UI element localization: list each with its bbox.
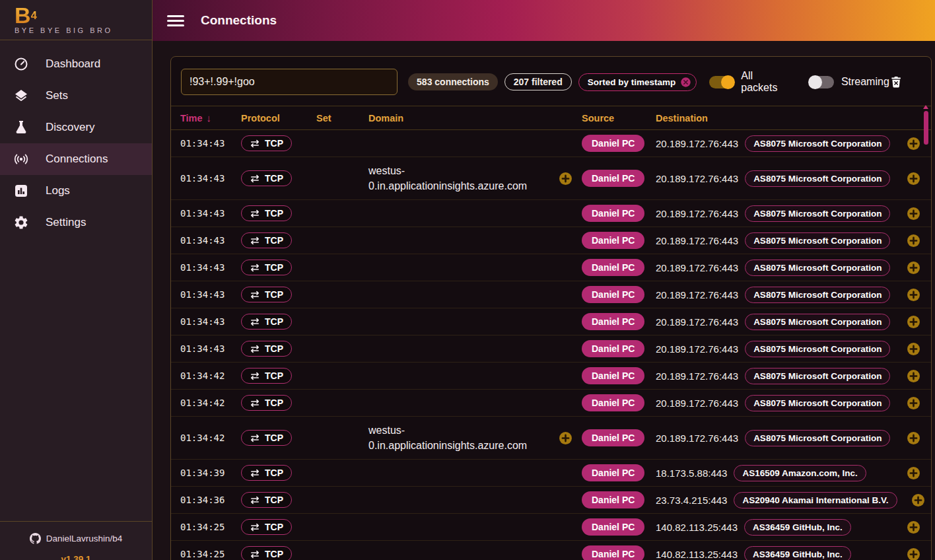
column-header-source[interactable]: Source — [582, 113, 656, 123]
row-protocol: TCP — [241, 341, 316, 357]
protocol-badge: TCP — [241, 135, 292, 151]
domain-text: westus-0.in.applicationinsights.azure.co… — [368, 423, 541, 453]
destination-ip: 20.189.172.76:443 — [656, 173, 738, 184]
sidebar-item-logs[interactable]: Logs — [0, 175, 152, 207]
table-scrollbar[interactable] — [923, 105, 929, 560]
row-source: Daniel PC — [582, 467, 656, 479]
table-row[interactable]: 01:34:25 TCP Daniel PC — [171, 541, 931, 560]
all-packets-toggle[interactable] — [709, 76, 734, 88]
row-expand-button[interactable] — [907, 172, 920, 186]
table-row[interactable]: 01:34:43 TCP Daniel PC — [171, 308, 931, 335]
plus-circle-icon — [907, 342, 920, 356]
sidebar-item-sets[interactable]: Sets — [0, 80, 152, 112]
protocol-badge: TCP — [241, 519, 292, 535]
plus-circle-icon — [907, 520, 920, 534]
sidebar-item-label: Discovery — [46, 121, 95, 134]
row-source: Daniel PC — [582, 548, 656, 560]
table-row[interactable]: 01:34:25 TCP Daniel PC — [171, 514, 931, 541]
domain-expand-button[interactable] — [559, 172, 572, 186]
sidebar-item-connections[interactable]: Connections — [0, 143, 152, 175]
github-repo-link[interactable]: DanielLavrushin/b4 — [30, 533, 123, 544]
table-row[interactable]: 01:34:43 TCP Daniel PC — [171, 227, 931, 254]
column-header-protocol[interactable]: Protocol — [241, 113, 316, 123]
hamburger-menu-icon[interactable] — [167, 15, 184, 26]
row-domain — [368, 207, 582, 221]
destination-as-badge: AS8075 Microsoft Corporation — [745, 287, 890, 303]
row-expand-button[interactable] — [907, 466, 920, 480]
protocol-badge: TCP — [241, 170, 292, 186]
destination-as-badge: AS8075 Microsoft Corporation — [745, 170, 890, 187]
destination-ip: 140.82.113.25:443 — [656, 549, 738, 560]
github-repo-label: DanielLavrushin/b4 — [46, 534, 123, 543]
row-protocol: TCP — [241, 205, 316, 221]
table-row[interactable]: 01:34:43 TCP Daniel PC — [171, 200, 931, 227]
row-domain — [368, 234, 582, 248]
layers-icon — [13, 88, 29, 104]
row-expand-button[interactable] — [907, 261, 920, 275]
table-row[interactable]: 01:34:43 TCP Daniel PC — [171, 254, 931, 281]
table-row[interactable]: 01:34:42 TCP westus-0.in.applicationinsi… — [171, 417, 931, 460]
plus-circle-icon — [907, 431, 920, 445]
plus-circle-icon — [907, 234, 920, 248]
row-time: 01:34:42 — [180, 398, 241, 408]
table-row[interactable]: 01:34:39 TCP Daniel PC — [171, 460, 931, 487]
row-expand-button[interactable] — [907, 288, 920, 302]
row-source: Daniel PC — [582, 370, 656, 382]
row-protocol: TCP — [241, 260, 316, 275]
scrollbar-thumb[interactable] — [924, 111, 928, 145]
destination-ip: 20.189.172.76:443 — [656, 208, 738, 219]
sidebar-item-dashboard[interactable]: Dashboard — [0, 48, 152, 80]
destination-ip: 20.189.172.76:443 — [656, 289, 738, 300]
scroll-up-icon[interactable] — [923, 105, 928, 109]
column-header-set[interactable]: Set — [316, 113, 368, 123]
row-expand-button[interactable] — [907, 342, 920, 356]
connections-count-badge: 583 connections — [408, 73, 498, 90]
plus-circle-icon — [907, 396, 920, 410]
protocol-badge: TCP — [241, 430, 292, 446]
row-domain — [368, 342, 582, 356]
streaming-toggle[interactable] — [810, 76, 834, 88]
row-destination: 23.73.4.215:443 AS20940 Akamai Internati… — [656, 492, 897, 508]
destination-ip: 23.73.4.215:443 — [656, 495, 727, 506]
transfer-arrows-icon — [250, 209, 260, 218]
row-expand-button[interactable] — [907, 431, 920, 445]
table-row[interactable]: 01:34:36 TCP Daniel PC — [171, 487, 931, 514]
sidebar-item-settings[interactable]: Settings — [0, 207, 152, 238]
row-time: 01:34:42 — [180, 433, 241, 443]
flask-icon — [13, 120, 29, 135]
domain-text: westus-0.in.applicationinsights.azure.co… — [368, 163, 541, 193]
column-header-time[interactable]: Time ↓ — [180, 112, 241, 123]
close-icon[interactable] — [680, 77, 691, 88]
row-protocol: TCP — [241, 314, 316, 330]
table-row[interactable]: 01:34:43 TCP westus-0.in.applicationinsi… — [171, 157, 931, 200]
row-expand-button[interactable] — [907, 369, 920, 383]
column-header-domain[interactable]: Domain — [368, 113, 582, 123]
filter-search-input[interactable] — [181, 69, 398, 95]
domain-expand-button[interactable] — [559, 431, 572, 445]
sidebar-item-discovery[interactable]: Discovery — [0, 112, 152, 143]
app-version: v1.39.1 — [0, 554, 152, 560]
sort-desc-icon: ↓ — [207, 112, 212, 123]
protocol-badge: TCP — [241, 314, 292, 330]
table-row[interactable]: 01:34:43 TCP Daniel PC — [171, 130, 931, 157]
table-row[interactable]: 01:34:42 TCP Daniel PC — [171, 390, 931, 417]
destination-ip: 18.173.5.88:443 — [656, 468, 727, 479]
destination-as-badge: AS8075 Microsoft Corporation — [745, 205, 890, 222]
table-row[interactable]: 01:34:43 TCP Daniel PC — [171, 281, 931, 308]
row-expand-button[interactable] — [907, 315, 920, 329]
sort-chip[interactable]: Sorted by timestamp — [578, 73, 697, 91]
row-expand-button[interactable] — [907, 137, 920, 151]
row-expand-button[interactable] — [907, 547, 920, 560]
clear-trash-icon[interactable] — [889, 75, 903, 89]
destination-as-badge: AS8075 Microsoft Corporation — [745, 341, 890, 357]
row-expand-button[interactable] — [907, 396, 920, 410]
protocol-badge: TCP — [241, 287, 292, 302]
column-header-destination[interactable]: Destination — [656, 113, 893, 123]
row-expand-button[interactable] — [907, 234, 920, 248]
table-row[interactable]: 01:34:42 TCP Daniel PC — [171, 363, 931, 390]
row-domain — [368, 137, 582, 151]
row-domain: westus-0.in.applicationinsights.azure.co… — [368, 423, 582, 453]
row-expand-button[interactable] — [907, 520, 920, 534]
row-expand-button[interactable] — [907, 207, 920, 221]
table-row[interactable]: 01:34:43 TCP Daniel PC — [171, 335, 931, 363]
